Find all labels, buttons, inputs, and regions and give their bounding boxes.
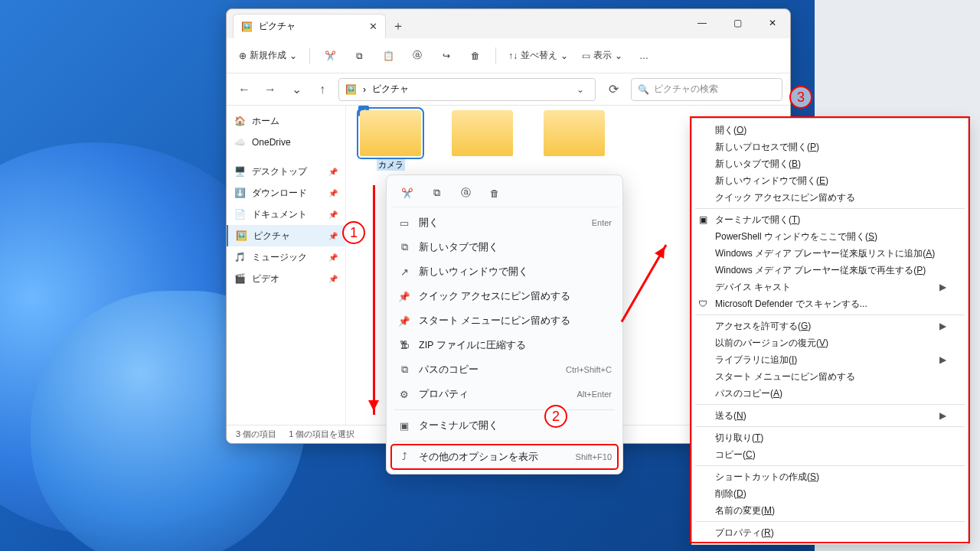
sidebar-item-ピクチャ[interactable]: 🖼️ピクチャ📌 xyxy=(227,225,345,246)
new-tab-button[interactable]: ＋ xyxy=(386,14,410,38)
rename-button[interactable]: ⓐ xyxy=(405,44,430,68)
ctx-item-プロパティ[interactable]: ⚙プロパティAlt+Enter xyxy=(391,382,618,406)
sidebar-item-OneDrive[interactable]: ☁️OneDrive xyxy=(227,132,345,153)
toolbar-separator xyxy=(309,47,310,64)
status-items: 3 個の項目 xyxy=(236,429,276,440)
ctx-item-クイック アクセスにピン留めする[interactable]: 📌クイック アクセスにピン留めする xyxy=(391,284,618,308)
legacy-item-label: ターミナルで開く(T) xyxy=(715,214,800,227)
view-button[interactable]: ▭ 表示 ⌄ xyxy=(577,44,627,68)
share-button[interactable]: ↪ xyxy=(434,44,459,68)
download-icon: ⬇️ xyxy=(234,187,246,198)
folder-item[interactable] xyxy=(446,110,519,159)
maximize-button[interactable]: ▢ xyxy=(720,11,755,35)
legacy-item-パスのコピー[interactable]: パスのコピー(A) xyxy=(692,385,968,402)
legacy-item-クイック アクセスにピン留めする[interactable]: クイック アクセスにピン留めする xyxy=(692,189,968,206)
legacy-item-切り取り[interactable]: 切り取り(T) xyxy=(692,429,968,446)
ctx-item-label: クイック アクセスにピン留めする xyxy=(419,290,570,303)
copy-button[interactable]: ⧉ xyxy=(423,182,449,205)
sidebar-item-label: ミュージック xyxy=(252,251,307,264)
new-button[interactable]: ⊕ 新規作成 ⌄ xyxy=(234,44,302,68)
legacy-item-名前の変更[interactable]: 名前の変更(M) xyxy=(692,502,968,519)
share-icon: ↪ xyxy=(443,51,450,61)
chevron-right-icon: ▶ xyxy=(939,410,946,421)
ctx-item-shortcut: Ctrl+Shift+C xyxy=(566,365,612,374)
zip-icon: 🗜 xyxy=(397,340,411,350)
minimize-button[interactable]: — xyxy=(684,11,720,35)
shield-icon: 🛡 xyxy=(697,298,709,310)
chevron-down-icon[interactable]: ⌄ xyxy=(577,84,584,95)
sidebar-item-ビデオ[interactable]: 🎬ビデオ📌 xyxy=(227,268,345,289)
legacy-item-Windows メディア プレーヤー従来版で再生する[interactable]: Windows メディア プレーヤー従来版で再生する(P) xyxy=(692,262,968,279)
cut-button[interactable]: ✂️ xyxy=(318,44,342,68)
titlebar: 🖼️ ピクチャ ✕ ＋ — ▢ ✕ xyxy=(227,9,790,38)
nav-recent[interactable]: ⌄ xyxy=(286,80,306,99)
legacy-item-Microsoft Defender でスキャンする...[interactable]: 🛡Microsoft Defender でスキャンする... xyxy=(692,295,968,312)
legacy-item-PowerShell ウィンドウをここで開く[interactable]: PowerShell ウィンドウをここで開く(S) xyxy=(692,228,968,245)
legacy-item-開く[interactable]: 開く(O) xyxy=(692,122,968,139)
sidebar-item-ドキュメント[interactable]: 📄ドキュメント📌 xyxy=(227,204,345,225)
ctx-item-label: 新しいタブで開く xyxy=(419,241,498,254)
legacy-item-label: Windows メディア プレーヤー従来版リストに追加(A) xyxy=(715,247,935,260)
legacy-context-menu: 開く(O)新しいプロセスで開く(P)新しいタブで開く(B)新しいウィンドウで開く… xyxy=(691,118,969,545)
ctx-item-新しいタブで開く[interactable]: ⧉新しいタブで開く xyxy=(391,235,618,259)
ctx-item-新しいウィンドウで開く[interactable]: ↗新しいウィンドウで開く xyxy=(391,259,618,284)
close-icon[interactable]: ✕ xyxy=(369,21,377,32)
folder-icon xyxy=(452,110,513,156)
legacy-item-label: ライブラリに追加(I) xyxy=(715,354,797,367)
nav-forward[interactable]: → xyxy=(260,80,280,99)
delete-button[interactable]: 🗑 xyxy=(463,44,488,68)
legacy-item-デバイス キャスト[interactable]: デバイス キャスト▶ xyxy=(692,279,968,295)
legacy-item-新しいウィンドウで開く[interactable]: 新しいウィンドウで開く(E) xyxy=(692,172,968,189)
ctx-item-ターミナルで開く[interactable]: ▣ターミナルで開く xyxy=(391,413,618,438)
legacy-item-Windows メディア プレーヤー従来版リストに追加[interactable]: Windows メディア プレーヤー従来版リストに追加(A) xyxy=(692,245,968,262)
chevron-down-icon: ⌄ xyxy=(289,51,297,61)
copy-button[interactable]: ⧉ xyxy=(347,44,371,68)
ctx-item-開く[interactable]: ▭開くEnter xyxy=(391,210,618,235)
legacy-item-アクセスを許可する[interactable]: アクセスを許可する(G)▶ xyxy=(692,318,968,334)
legacy-item-ショートカットの作成[interactable]: ショートカットの作成(S) xyxy=(692,468,968,485)
breadcrumb-segment[interactable]: ピクチャ xyxy=(372,83,409,96)
nav-back[interactable]: ← xyxy=(234,80,254,99)
sort-button[interactable]: ↑↓ 並べ替え ⌄ xyxy=(504,44,573,68)
trash-icon: 🗑 xyxy=(471,51,480,61)
ctx-item-label: その他のオプションを表示 xyxy=(419,451,538,464)
tab-title: ピクチャ xyxy=(259,20,296,33)
cut-button[interactable]: ✂️ xyxy=(394,182,420,205)
legacy-item-コピー[interactable]: コピー(C) xyxy=(692,446,968,463)
ctx-item-パスのコピー[interactable]: ⧉パスのコピーCtrl+Shift+C xyxy=(391,357,618,382)
search-input[interactable]: 🔍 ピクチャの検索 xyxy=(631,78,782,101)
ctx-item-スタート メニューにピン留めする[interactable]: 📌スタート メニューにピン留めする xyxy=(391,308,618,333)
legacy-item-ライブラリに追加[interactable]: ライブラリに追加(I)▶ xyxy=(692,351,968,368)
legacy-item-送る[interactable]: 送る(N)▶ xyxy=(692,407,968,424)
tab-pictures[interactable]: 🖼️ ピクチャ ✕ xyxy=(233,14,386,38)
sidebar-item-ダウンロード[interactable]: ⬇️ダウンロード📌 xyxy=(227,182,345,204)
sidebar-item-label: OneDrive xyxy=(252,137,291,148)
newtab-icon: ⧉ xyxy=(397,242,411,253)
sidebar-item-ミュージック[interactable]: 🎵ミュージック📌 xyxy=(227,246,345,268)
ctx-item-ZIP ファイルに圧縮する[interactable]: 🗜ZIP ファイルに圧縮する xyxy=(391,333,618,357)
rename-button[interactable]: ⓐ xyxy=(452,182,479,205)
legacy-item-ターミナルで開く[interactable]: ▣ターミナルで開く(T) xyxy=(692,211,968,228)
legacy-item-削除[interactable]: 削除(D) xyxy=(692,485,968,502)
ctx-item-label: 開く xyxy=(419,217,439,230)
legacy-item-新しいタブで開く[interactable]: 新しいタブで開く(B) xyxy=(692,155,968,172)
pin-icon: 📌 xyxy=(328,253,338,262)
delete-button[interactable]: 🗑 xyxy=(482,182,508,205)
rename-icon: ⓐ xyxy=(413,49,422,62)
close-button[interactable]: ✕ xyxy=(755,11,790,35)
legacy-item-以前のバージョンの復元[interactable]: 以前のバージョンの復元(V) xyxy=(692,334,968,351)
folder-item[interactable]: カメラ xyxy=(354,110,427,171)
sidebar-item-ホーム[interactable]: 🏠ホーム xyxy=(227,110,345,132)
nav-up[interactable]: ↑ xyxy=(312,80,332,99)
more-button[interactable]: … xyxy=(632,44,656,68)
legacy-item-プロパティ[interactable]: プロパティ(R) xyxy=(692,524,968,541)
refresh-button[interactable]: ⟳ xyxy=(602,78,625,101)
legacy-item-label: プロパティ(R) xyxy=(715,527,774,540)
legacy-item-スタート メニューにピン留めする[interactable]: スタート メニューにピン留めする xyxy=(692,368,968,385)
breadcrumb[interactable]: 🖼️ › ピクチャ ⌄ xyxy=(338,78,596,101)
sidebar-item-デスクトップ[interactable]: 🖥️デスクトップ📌 xyxy=(227,161,345,182)
paste-button[interactable]: 📋 xyxy=(376,44,400,68)
ctx-item-その他のオプションを表示[interactable]: ⤴その他のオプションを表示Shift+F10 xyxy=(391,445,618,469)
folder-item[interactable] xyxy=(537,110,611,159)
legacy-item-新しいプロセスで開く[interactable]: 新しいプロセスで開く(P) xyxy=(692,139,968,155)
